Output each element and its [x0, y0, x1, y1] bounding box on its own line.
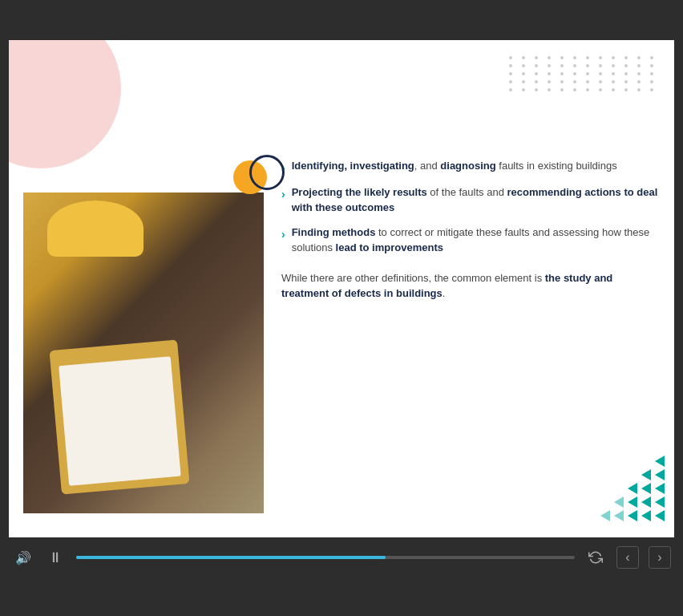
tri-4 [628, 483, 637, 494]
next-button[interactable]: › [649, 546, 671, 569]
summary-paragraph: While there are other definitions, the c… [281, 270, 658, 302]
ring-circle-decoration [249, 155, 285, 190]
refresh-button[interactable] [584, 546, 607, 569]
bullet-item-1: › Identifying, investigating, and diagno… [281, 159, 658, 176]
tri-9 [641, 496, 651, 508]
tri-6 [655, 483, 665, 494]
bullet-item-2: › Projecting the likely results of the f… [281, 185, 658, 216]
bullet-chevron-2: › [281, 186, 285, 202]
tri-12 [614, 510, 624, 521]
teal-triangles-decoration [600, 456, 666, 521]
bullet-chevron-3: › [281, 226, 285, 242]
photo-background [23, 192, 264, 513]
refresh-icon [588, 550, 603, 565]
tri-2 [641, 469, 651, 480]
play-pause-button[interactable]: ⏸ [44, 546, 67, 569]
tri-11 [600, 510, 610, 521]
prev-button[interactable]: ‹ [616, 546, 639, 569]
dot-grid-decoration: const dotGrid = document.querySelector('… [509, 56, 658, 91]
volume-icon: 🔊 [15, 550, 31, 565]
tri-3 [655, 469, 665, 480]
photo-clipboard [49, 339, 189, 494]
slide-container: const dotGrid = document.querySelector('… [9, 40, 674, 537]
tri-5 [641, 483, 651, 494]
deco-pink-circle [9, 40, 121, 168]
tri-15 [655, 510, 665, 521]
summary-suffix: . [443, 287, 446, 299]
tri-8 [628, 496, 637, 508]
controls-bar: 🔊 ⏸ ‹ › [0, 537, 683, 578]
tri-1 [655, 456, 665, 467]
tri-7 [614, 496, 624, 508]
bullet-item-3: › Finding methods to correct or mitigate… [281, 225, 658, 256]
progress-fill [76, 556, 386, 559]
next-icon: › [657, 550, 661, 565]
bullet-text-1: Identifying, investigating, and diagnosi… [292, 159, 617, 174]
volume-button[interactable]: 🔊 [12, 546, 34, 569]
tri-10 [655, 496, 665, 508]
prev-icon: ‹ [625, 550, 629, 565]
summary-prefix: While there are other definitions, the c… [281, 272, 545, 284]
top-bar [0, 0, 683, 40]
progress-bar[interactable] [76, 556, 575, 559]
photo-hard-hat [47, 201, 143, 257]
bullet-list: › Identifying, investigating, and diagno… [281, 159, 658, 256]
tri-14 [641, 510, 651, 521]
tri-13 [628, 510, 637, 521]
pause-icon: ⏸ [48, 549, 63, 566]
bullet-text-2: Projecting the likely results of the fau… [292, 185, 658, 216]
bullet-text-3: Finding methods to correct or mitigate t… [292, 225, 658, 256]
photo-construction-worker [23, 192, 264, 513]
